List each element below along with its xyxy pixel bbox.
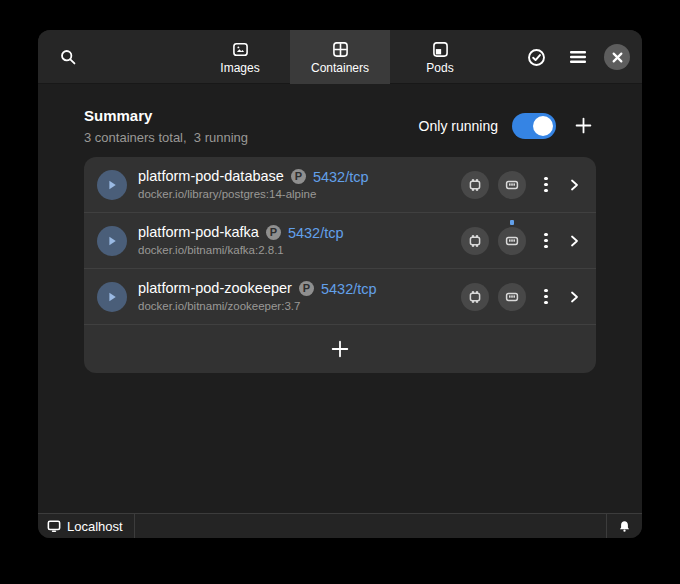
- play-icon: [105, 290, 119, 304]
- statusbar: Localhost: [38, 513, 642, 538]
- chevron-right-icon: [566, 177, 582, 193]
- play-icon: [105, 178, 119, 192]
- keyboard-icon: [504, 233, 520, 249]
- tab-images[interactable]: Images: [190, 30, 290, 84]
- summary-controls: Only running: [419, 113, 596, 139]
- row-menu-button[interactable]: [535, 171, 557, 199]
- selection-mode-button[interactable]: [520, 41, 552, 73]
- monitor-icon: [47, 520, 61, 533]
- app-window: Images Containers Pods: [38, 30, 642, 538]
- port-link[interactable]: 5432/tcp: [313, 169, 369, 185]
- container-row-kafka[interactable]: platform-pod-kafka P 5432/tcp docker.io/…: [84, 212, 596, 268]
- search-icon: [60, 49, 77, 66]
- chevron-right-icon: [566, 233, 582, 249]
- check-circle-icon: [527, 48, 546, 67]
- container-info: platform-pod-database P 5432/tcp docker.…: [138, 168, 369, 201]
- plus-icon: [331, 340, 349, 358]
- plus-icon: [575, 117, 592, 134]
- play-button[interactable]: [97, 282, 127, 312]
- pods-icon: [432, 41, 449, 58]
- close-icon: [612, 52, 623, 63]
- chip-icon: [467, 289, 483, 305]
- notifications-button[interactable]: [606, 514, 642, 538]
- only-running-toggle[interactable]: [512, 113, 556, 139]
- tab-pods[interactable]: Pods: [390, 30, 490, 84]
- connection-chooser-button[interactable]: Localhost: [38, 514, 135, 538]
- titlebar-right: [520, 41, 642, 73]
- container-row-zookeeper[interactable]: platform-pod-zookeeper P 5432/tcp docker…: [84, 268, 596, 324]
- keyboard-icon: [504, 177, 520, 193]
- add-container-row-button[interactable]: [84, 324, 596, 373]
- container-info: platform-pod-kafka P 5432/tcp docker.io/…: [138, 224, 344, 257]
- chevron-right-icon: [566, 289, 582, 305]
- summary-header: Summary 3 containers total, 3 running On…: [84, 106, 596, 145]
- row-menu-button[interactable]: [535, 283, 557, 311]
- row-actions: [461, 171, 582, 199]
- view-switcher: Images Containers Pods: [190, 30, 490, 84]
- tab-images-label: Images: [220, 62, 259, 74]
- search-button[interactable]: [52, 41, 84, 73]
- container-name: platform-pod-zookeeper: [138, 280, 292, 297]
- chip-icon: [467, 177, 483, 193]
- processes-button[interactable]: [461, 227, 489, 255]
- notification-dot: [510, 220, 514, 225]
- pod-badge: P: [266, 225, 281, 240]
- images-icon: [232, 41, 249, 58]
- container-name: platform-pod-kafka: [138, 224, 259, 241]
- main-menu-button[interactable]: [562, 41, 594, 73]
- container-image: docker.io/library/postgres:14-alpine: [138, 187, 369, 201]
- row-actions: [461, 227, 582, 255]
- pod-badge: P: [299, 281, 314, 296]
- titlebar-left: [38, 41, 84, 73]
- terminal-button[interactable]: [498, 283, 526, 311]
- container-row-database[interactable]: platform-pod-database P 5432/tcp docker.…: [84, 157, 596, 212]
- chip-icon: [467, 233, 483, 249]
- summary-subtitle: 3 containers total, 3 running: [84, 130, 248, 145]
- play-button[interactable]: [97, 170, 127, 200]
- tab-containers-label: Containers: [311, 62, 369, 74]
- container-image: docker.io/bitnami/zookeeper:3.7: [138, 299, 377, 313]
- titlebar: Images Containers Pods: [38, 30, 642, 84]
- row-menu-button[interactable]: [535, 227, 557, 255]
- play-icon: [105, 234, 119, 248]
- pod-badge: P: [291, 169, 306, 184]
- container-list: platform-pod-database P 5432/tcp docker.…: [84, 157, 596, 373]
- port-link[interactable]: 5432/tcp: [288, 225, 344, 241]
- terminal-button[interactable]: [498, 171, 526, 199]
- summary-title: Summary: [84, 106, 248, 125]
- toggle-knob: [533, 116, 553, 136]
- statusbar-spacer: [135, 514, 606, 538]
- hamburger-icon: [569, 50, 587, 64]
- terminal-button[interactable]: [498, 227, 526, 255]
- tab-containers[interactable]: Containers: [290, 30, 390, 84]
- processes-button[interactable]: [461, 283, 489, 311]
- tab-pods-label: Pods: [426, 62, 453, 74]
- connection-label: Localhost: [67, 519, 123, 534]
- port-link[interactable]: 5432/tcp: [321, 281, 377, 297]
- close-button[interactable]: [604, 44, 630, 70]
- summary-text: Summary 3 containers total, 3 running: [84, 106, 248, 145]
- bell-icon: [618, 520, 631, 533]
- container-image: docker.io/bitnami/kafka:2.8.1: [138, 243, 344, 257]
- container-name: platform-pod-database: [138, 168, 284, 185]
- containers-icon: [332, 41, 349, 58]
- processes-button[interactable]: [461, 171, 489, 199]
- row-actions: [461, 283, 582, 311]
- keyboard-icon: [504, 289, 520, 305]
- container-info: platform-pod-zookeeper P 5432/tcp docker…: [138, 280, 377, 313]
- create-container-button[interactable]: [570, 113, 596, 139]
- play-button[interactable]: [97, 226, 127, 256]
- containers-panel: Summary 3 containers total, 3 running On…: [38, 84, 642, 513]
- only-running-label: Only running: [419, 118, 498, 134]
